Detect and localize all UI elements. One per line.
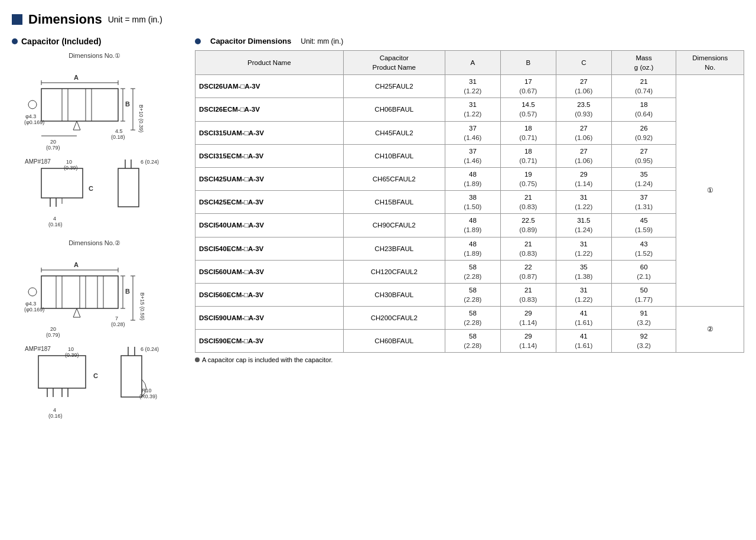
th-mass: Massg (oz.) [611,51,676,75]
cell-product-name: DSCI315UAM-□A-3V [195,121,344,144]
cell-product-name: DSCI315ECM-□A-3V [195,144,344,167]
cell-mass: 21(0.74) [611,75,676,98]
svg-text:(0.39): (0.39) [64,165,78,171]
svg-point-6 [28,100,37,109]
footnote-circle-icon [195,357,200,362]
svg-text:10: 10 [68,346,74,352]
dim-no-2-label: Dimensions No.② [12,239,177,247]
cell-b: 29(1.14) [500,307,556,330]
cell-c: 27(1.06) [556,121,611,144]
table-row: DSCI425UAM-□A-3VCH65CFAUL248(1.89)19(0.7… [195,167,744,190]
cell-b: 21(0.83) [500,237,556,260]
svg-text:(0.79): (0.79) [46,332,60,338]
cell-a: 48(1.89) [445,214,500,237]
bullet-circle-icon [12,38,18,44]
th-cap-product-name: CapacitorProduct Name [343,51,445,75]
table-row: DSCI560UAM-□A-3VCH120CFAUL258(2.28)22(0.… [195,260,744,283]
cell-cap-product-name: CH30BFAUL [343,283,445,306]
cell-cap-product-name: CH25FAUL2 [343,75,445,98]
cell-a: 38(1.50) [445,191,500,214]
cell-a: 58(2.28) [445,283,500,306]
right-panel: Capacitor Dimensions Unit: mm (in.) Prod… [195,37,744,363]
svg-text:20: 20 [50,139,56,145]
cell-cap-product-name: CH90CFAUL2 [343,214,445,237]
footnote: A capacitor cap is included with the cap… [195,356,744,363]
main-layout: Capacitor (Included) Dimensions No.① [12,37,744,432]
svg-point-48 [28,288,37,296]
svg-rect-68 [38,356,86,388]
table-row: DSCI560ECM-□A-3VCH30BFAUL58(2.28)21(0.83… [195,283,744,306]
cell-c: 31(1.22) [556,237,611,260]
cell-c: 41(1.61) [556,307,611,330]
svg-text:B: B [125,100,130,108]
cell-cap-product-name: CH45FAUL2 [343,121,445,144]
diagram-group-2: Dimensions No.② φ4.3 (φ0.169 [12,239,177,421]
cell-product-name: DSCI590ECM-□A-3V [195,330,344,353]
svg-text:20: 20 [50,326,56,332]
cell-b: 18(0.71) [500,144,556,167]
footnote-text: A capacitor cap is included with the cap… [202,356,333,363]
cell-c: 31(1.22) [556,283,611,306]
cell-c: 31(1.22) [556,191,611,214]
table-header-row: Product Name CapacitorProduct Name A B C… [195,51,744,75]
table-row: DSCI315ECM-□A-3VCH10BFAUL37(1.46)18(0.71… [195,144,744,167]
svg-rect-27 [41,168,83,198]
svg-text:7: 7 [115,315,118,321]
cell-a: 31(1.22) [445,98,500,121]
svg-text:B+15 (0.59): B+15 (0.59) [139,292,145,320]
cell-c: 35(1.38) [556,260,611,283]
cell-a: 31(1.22) [445,75,500,98]
cell-mass: 43(1.52) [611,237,676,260]
svg-text:(0.16): (0.16) [48,413,63,419]
svg-text:4: 4 [53,216,56,222]
svg-text:6 (0.24): 6 (0.24) [141,346,159,352]
cell-c: 27(1.06) [556,75,611,98]
dim-no-1-label: Dimensions No.① [12,52,177,60]
svg-text:4: 4 [53,407,56,413]
cell-mass: 26(0.92) [611,121,676,144]
cap-dims-bullet-icon [195,38,201,44]
svg-text:AMP#187: AMP#187 [25,346,51,352]
page-title-section: Dimensions Unit = mm (in.) [12,12,744,27]
th-a: A [445,51,500,75]
cell-mass: 91(3.2) [611,307,676,330]
page-title: Dimensions [28,12,102,27]
dimensions-table: Product Name CapacitorProduct Name A B C… [195,50,744,353]
cell-a: 37(1.46) [445,121,500,144]
table-row: DSCI540UAM-□A-3VCH90CFAUL248(1.89)22.5(0… [195,214,744,237]
left-section-title: Capacitor (Included) [21,37,101,46]
svg-text:(0.28): (0.28) [111,321,125,327]
cell-cap-product-name: CH23BFAUL [343,237,445,260]
cell-cap-product-name: CH200CFAUL2 [343,307,445,330]
cell-a: 48(1.89) [445,237,500,260]
cell-mass: 27(0.95) [611,144,676,167]
svg-text:A: A [74,74,79,81]
svg-text:C: C [93,372,98,379]
cell-cap-product-name: CH15BFAUL [343,191,445,214]
cell-cap-product-name: CH06BFAUL [343,98,445,121]
svg-text:φ4.3: φ4.3 [25,113,36,119]
page-title-unit: Unit = mm (in.) [108,15,162,24]
cell-product-name: DSCI540UAM-□A-3V [195,214,344,237]
svg-text:10: 10 [66,159,72,165]
cell-dim-no: ② [676,307,744,353]
svg-text:(0.79): (0.79) [46,145,60,151]
cell-b: 21(0.83) [500,191,556,214]
cell-b: 19(0.75) [500,167,556,190]
cell-mass: 18(0.64) [611,98,676,121]
svg-text:(0.39): (0.39) [65,352,79,358]
cell-product-name: DSCI560UAM-□A-3V [195,260,344,283]
table-row: DSCI26UAM-□A-3VCH25FAUL231(1.22)17(0.67)… [195,75,744,98]
cell-c: 29(1.14) [556,167,611,190]
cell-a: 48(1.89) [445,167,500,190]
cell-c: 31.5(1.24) [556,214,611,237]
cell-mass: 60(2.1) [611,260,676,283]
cell-product-name: DSCI26UAM-□A-3V [195,75,344,98]
svg-rect-31 [118,168,139,207]
cell-mass: 45(1.59) [611,214,676,237]
svg-marker-5 [73,121,80,130]
svg-text:A: A [74,261,79,268]
svg-text:C: C [89,185,93,192]
diagram-2b-svg: AMP#187 R10 (R0.39) 10 [24,344,165,421]
table-row: DSCI540ECM-□A-3VCH23BFAUL48(1.89)21(0.83… [195,237,744,260]
